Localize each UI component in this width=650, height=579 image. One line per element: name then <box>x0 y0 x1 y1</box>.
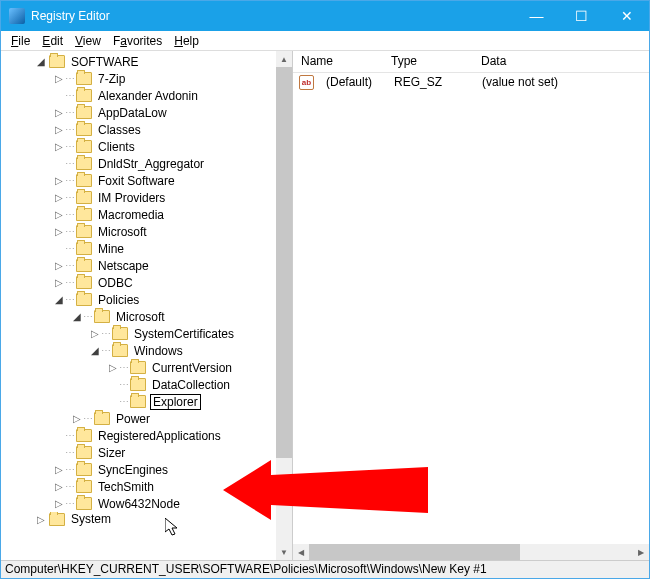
statusbar: Computer\HKEY_CURRENT_USER\SOFTWARE\Poli… <box>1 560 649 578</box>
expand-icon[interactable]: ▷ <box>53 175 65 186</box>
window-title: Registry Editor <box>31 9 514 23</box>
tree-item[interactable]: ▷⋯AppDataLow <box>1 104 276 121</box>
tree-item[interactable]: ◢⋯Microsoft <box>1 308 276 325</box>
scroll-right-icon[interactable]: ▶ <box>633 544 649 560</box>
list-row[interactable]: ab (Default) REG_SZ (value not set) <box>293 73 649 91</box>
expand-icon[interactable]: ▷ <box>53 498 65 509</box>
tree-item[interactable]: ▷⋯Wow6432Node <box>1 495 276 512</box>
tree-item[interactable]: ⋯Alexander Avdonin <box>1 87 276 104</box>
tree-item[interactable]: ▷⋯SyncEngines <box>1 461 276 478</box>
folder-icon <box>76 157 92 170</box>
tree-item[interactable]: ▷⋯ODBC <box>1 274 276 291</box>
folder-icon <box>76 191 92 204</box>
tree-item-label: Mine <box>96 242 126 256</box>
tree-item[interactable]: ⋯Sizer <box>1 444 276 461</box>
collapse-icon[interactable]: ◢ <box>53 294 65 305</box>
tree-item[interactable]: ▷⋯CurrentVersion <box>1 359 276 376</box>
tree-item[interactable]: ⋯RegisteredApplications <box>1 427 276 444</box>
tree-item-label: Policies <box>96 293 141 307</box>
scroll-thumb[interactable] <box>309 544 520 560</box>
list-pane: Name Type Data ab (Default) REG_SZ (valu… <box>293 51 649 560</box>
menu-help[interactable]: Help <box>168 32 205 50</box>
expand-icon[interactable]: ▷ <box>53 192 65 203</box>
tree-item[interactable]: ▷⋯Clients <box>1 138 276 155</box>
col-name[interactable]: Name <box>293 51 383 72</box>
scroll-down-icon[interactable]: ▼ <box>276 544 292 560</box>
expand-icon[interactable]: ▷ <box>35 514 47 525</box>
expand-icon[interactable]: ▷ <box>53 73 65 84</box>
tree-item[interactable]: ▷⋯Netscape <box>1 257 276 274</box>
menu-favorites[interactable]: Favorites <box>107 32 168 50</box>
string-value-icon: ab <box>299 75 314 90</box>
list-header: Name Type Data <box>293 51 649 73</box>
folder-icon <box>49 55 65 68</box>
expand-icon[interactable]: ▷ <box>53 277 65 288</box>
tree-item[interactable]: ⋯DnldStr_Aggregator <box>1 155 276 172</box>
tree-item-label: SOFTWARE <box>69 55 141 69</box>
folder-icon <box>94 310 110 323</box>
tree-item-rename-input[interactable]: Explorer <box>150 394 201 410</box>
menu-edit[interactable]: Edit <box>36 32 69 50</box>
expand-icon[interactable]: ▷ <box>53 107 65 118</box>
expand-icon[interactable]: ▷ <box>53 141 65 152</box>
menu-file[interactable]: File <box>5 32 36 50</box>
scroll-left-icon[interactable]: ◀ <box>293 544 309 560</box>
expand-icon[interactable]: ▷ <box>53 124 65 135</box>
scroll-up-icon[interactable]: ▲ <box>276 51 292 67</box>
minimize-button[interactable]: — <box>514 1 559 31</box>
tree-view[interactable]: ◢SOFTWARE▷⋯7-Zip⋯Alexander Avdonin▷⋯AppD… <box>1 51 276 528</box>
tree-item-label: Macromedia <box>96 208 166 222</box>
tree-item[interactable]: ▷⋯Classes <box>1 121 276 138</box>
tree-item-label: RegisteredApplications <box>96 429 223 443</box>
tree-item[interactable]: ▷System <box>1 512 276 526</box>
tree-item-label: CurrentVersion <box>150 361 234 375</box>
tree-item[interactable]: ▷⋯Microsoft <box>1 223 276 240</box>
tree-item[interactable]: ▷⋯7-Zip <box>1 70 276 87</box>
maximize-button[interactable]: ☐ <box>559 1 604 31</box>
tree-item-label: SyncEngines <box>96 463 170 477</box>
collapse-icon[interactable]: ◢ <box>71 311 83 322</box>
expand-icon[interactable]: ▷ <box>53 481 65 492</box>
tree-item[interactable]: ▷⋯Foxit Software <box>1 172 276 189</box>
folder-icon <box>76 463 92 476</box>
expand-icon[interactable]: ▷ <box>71 413 83 424</box>
tree-item[interactable]: ▷⋯Macromedia <box>1 206 276 223</box>
tree-item-label: TechSmith <box>96 480 156 494</box>
folder-icon <box>76 242 92 255</box>
tree-item-label: DataCollection <box>150 378 232 392</box>
collapse-icon[interactable]: ◢ <box>35 56 47 67</box>
tree-item[interactable]: ▷⋯Power <box>1 410 276 427</box>
folder-icon <box>76 293 92 306</box>
col-type[interactable]: Type <box>383 51 473 72</box>
expand-icon[interactable]: ▷ <box>107 362 119 373</box>
tree-item[interactable]: ◢SOFTWARE <box>1 53 276 70</box>
close-button[interactable]: ✕ <box>604 1 649 31</box>
collapse-icon[interactable]: ◢ <box>89 345 101 356</box>
list-horizontal-scrollbar[interactable]: ◀ ▶ <box>293 544 649 560</box>
tree-item[interactable]: ▷⋯TechSmith <box>1 478 276 495</box>
cell-name: (Default) <box>318 75 386 89</box>
expand-icon[interactable]: ▷ <box>53 226 65 237</box>
tree-item[interactable]: ▷⋯SystemCertificates <box>1 325 276 342</box>
tree-item-label: IM Providers <box>96 191 167 205</box>
expand-icon[interactable]: ▷ <box>53 464 65 475</box>
menu-view[interactable]: View <box>69 32 107 50</box>
col-data[interactable]: Data <box>473 51 649 72</box>
tree-item[interactable]: ◢⋯Policies <box>1 291 276 308</box>
expand-icon[interactable]: ▷ <box>53 260 65 271</box>
tree-item[interactable]: ⋯Explorer <box>1 393 276 410</box>
cell-data: (value not set) <box>474 75 566 89</box>
tree-item-label: AppDataLow <box>96 106 169 120</box>
scroll-thumb[interactable] <box>276 67 292 458</box>
tree-item-label: Classes <box>96 123 143 137</box>
expand-icon[interactable]: ▷ <box>53 209 65 220</box>
expand-icon[interactable]: ▷ <box>89 328 101 339</box>
tree-item[interactable]: ▷⋯IM Providers <box>1 189 276 206</box>
tree-item-label: Alexander Avdonin <box>96 89 200 103</box>
folder-icon <box>76 259 92 272</box>
tree-item[interactable]: ◢⋯Windows <box>1 342 276 359</box>
tree-item[interactable]: ⋯Mine <box>1 240 276 257</box>
tree-vertical-scrollbar[interactable]: ▲ ▼ <box>276 51 292 560</box>
folder-icon <box>49 513 65 526</box>
tree-item[interactable]: ⋯DataCollection <box>1 376 276 393</box>
